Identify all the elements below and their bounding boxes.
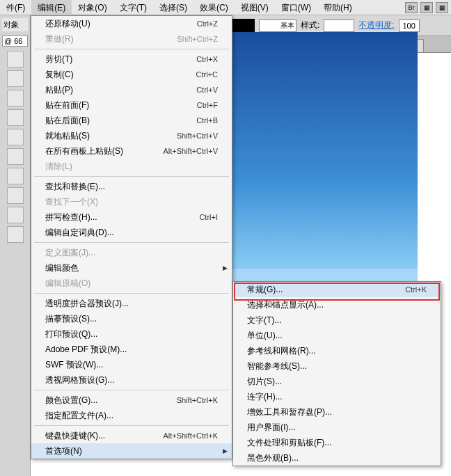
spellcheck-item[interactable]: 拼写检查(H)...Ctrl+I	[31, 209, 232, 225]
edit-original-item[interactable]: 编辑原稿(O)	[31, 276, 232, 291]
define-pattern-item[interactable]: 定义图案(J)...	[31, 245, 232, 260]
pdf-preset-item[interactable]: Adobe PDF 预设(M)...	[31, 342, 232, 357]
copy-item[interactable]: 复制(C)Ctrl+C	[31, 67, 232, 82]
paste-inplace-item[interactable]: 就地粘贴(S)Shift+Ctrl+V	[31, 128, 232, 143]
find-next-item[interactable]: 查找下一个(X)	[31, 194, 232, 209]
assign-profile-item[interactable]: 指定配置文件(A)...	[31, 408, 232, 423]
pref-units-item[interactable]: 单位(U)...	[233, 328, 441, 343]
pref-plugins-item[interactable]: 增效工具和暂存盘(P)...	[233, 404, 441, 420]
tool-4[interactable]	[7, 109, 24, 126]
print-preset-item[interactable]: 打印预设(Q)...	[31, 326, 232, 342]
pref-guides-grid-item[interactable]: 参考线和网格(R)...	[233, 343, 441, 358]
opacity-label[interactable]: 不透明度:	[358, 19, 394, 31]
menu-effect[interactable]: 效果(C)	[193, 0, 235, 15]
bridge-button[interactable]: Br	[405, 2, 418, 13]
cut-item[interactable]: 剪切(T)Ctrl+X	[31, 51, 232, 67]
tool-3[interactable]	[7, 90, 24, 106]
paste-allartboards-item[interactable]: 在所有画板上粘贴(S)Alt+Shift+Ctrl+V	[31, 143, 232, 159]
menu-view[interactable]: 视图(V)	[235, 0, 275, 15]
left-panel: 对象 @ 66	[0, 15, 31, 476]
zoom-field[interactable]: @ 66	[2, 35, 28, 47]
tool-10[interactable]	[7, 226, 24, 243]
pref-smart-guides-item[interactable]: 智能参考线(S)...	[233, 358, 441, 374]
menu-help[interactable]: 帮助(H)	[317, 0, 358, 15]
menu-edit[interactable]: 编辑(E)	[31, 0, 72, 15]
tool-5[interactable]	[7, 129, 24, 145]
undo-item[interactable]: 还原移动(U)Ctrl+Z	[31, 16, 232, 31]
paste-back-item[interactable]: 贴在后面(B)Ctrl+B	[31, 113, 232, 128]
clear-item[interactable]: 清除(L)	[31, 159, 232, 174]
pref-general-item[interactable]: 常规(G)...Ctrl+K	[233, 282, 441, 297]
pref-selection-anchor-item[interactable]: 选择和锚点显示(A)...	[233, 297, 441, 312]
tool-2[interactable]	[7, 70, 24, 87]
transparency-preset-item[interactable]: 透明度拼合器预设(J)...	[31, 296, 232, 311]
pref-file-clipboard-item[interactable]: 文件处理和剪贴板(F)...	[233, 435, 441, 450]
pref-slices-item[interactable]: 切片(S)...	[233, 374, 441, 389]
paste-front-item[interactable]: 贴在前面(F)Ctrl+F	[31, 97, 232, 113]
toolbar-icon-1[interactable]: ▦	[420, 2, 433, 13]
pref-black-appearance-item[interactable]: 黑色外观(B)...	[233, 450, 441, 466]
style-label: 样式:	[301, 19, 319, 31]
menubar: 件(F) 编辑(E) 对象(O) 文字(T) 选择(S) 效果(C) 视图(V)…	[0, 0, 451, 15]
trace-preset-item[interactable]: 描摹预设(S)...	[31, 311, 232, 326]
pref-ui-item[interactable]: 用户界面(I)...	[233, 420, 441, 435]
tool-6[interactable]	[7, 148, 24, 165]
keyboard-shortcuts-item[interactable]: 键盘快捷键(K)...Alt+Shift+Ctrl+K	[31, 428, 232, 443]
pref-hyphen-item[interactable]: 连字(H)...	[233, 389, 441, 404]
tool-7[interactable]	[7, 168, 24, 184]
menu-file[interactable]: 件(F)	[0, 0, 31, 15]
tool-1[interactable]	[7, 51, 24, 68]
menu-object[interactable]: 对象(O)	[72, 0, 113, 15]
swf-preset-item[interactable]: SWF 预设(W)...	[31, 357, 232, 372]
menu-select[interactable]: 选择(S)	[153, 0, 193, 15]
find-replace-item[interactable]: 查找和替换(E)...	[31, 179, 232, 194]
redo-item[interactable]: 重做(R)Shift+Ctrl+Z	[31, 31, 232, 47]
paste-item[interactable]: 粘贴(P)Ctrl+V	[31, 82, 232, 97]
color-settings-item[interactable]: 颜色设置(G)...Shift+Ctrl+K	[31, 392, 232, 408]
menu-window[interactable]: 窗口(W)	[275, 0, 317, 15]
opacity-value[interactable]: 100	[399, 19, 420, 32]
menu-text[interactable]: 文字(T)	[113, 0, 153, 15]
edit-menu-dropdown: 还原移动(U)Ctrl+Z 重做(R)Shift+Ctrl+Z 剪切(T)Ctr…	[31, 15, 232, 459]
custom-dict-item[interactable]: 编辑自定词典(D)...	[31, 225, 232, 240]
style-dropdown[interactable]	[324, 19, 354, 32]
toolbar-icon-2[interactable]: ▦	[436, 2, 448, 13]
preferences-submenu: 常规(G)...Ctrl+K 选择和锚点显示(A)... 文字(T)... 单位…	[232, 281, 441, 466]
pref-text-item[interactable]: 文字(T)...	[233, 312, 441, 328]
objects-label: 对象	[2, 18, 28, 31]
brush-dropdown[interactable]: 基本	[259, 19, 296, 32]
edit-colors-item[interactable]: 编辑颜色	[31, 260, 232, 276]
tool-9[interactable]	[7, 207, 24, 223]
stroke-swatch[interactable]	[231, 19, 255, 33]
preferences-item[interactable]: 首选项(N)	[31, 443, 232, 459]
perspective-preset-item[interactable]: 透视网格预设(G)...	[31, 372, 232, 388]
tool-8[interactable]	[7, 187, 24, 204]
